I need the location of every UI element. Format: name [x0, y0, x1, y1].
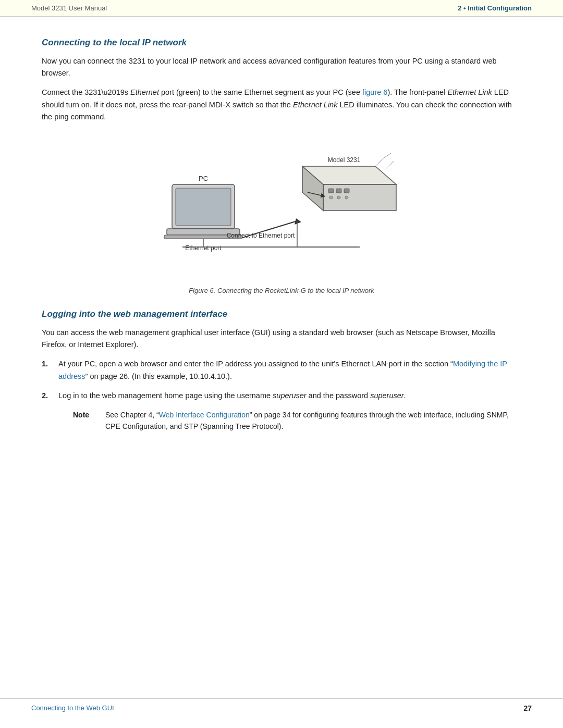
list-item-1-text: At your PC, open a web browser and enter… [58, 358, 521, 382]
svg-line-23 [386, 161, 394, 169]
network-diagram: PC Ethernet port Connect to Ethernet por… [151, 138, 412, 283]
header-right: 2 • Initial Configuration [458, 4, 532, 12]
numbered-list: 1. At your PC, open a web browser and en… [42, 358, 521, 402]
svg-rect-17 [344, 189, 349, 193]
svg-rect-1 [176, 188, 231, 226]
svg-point-18 [329, 196, 333, 199]
svg-line-22 [383, 153, 391, 158]
figure6-link[interactable]: figure 6 [362, 88, 387, 96]
svg-text:Model 3231: Model 3231 [328, 156, 361, 164]
modifying-ip-link[interactable]: Modifying the IP address [58, 360, 507, 380]
page: Model 3231 User Manual 2 • Initial Confi… [0, 0, 563, 728]
svg-line-21 [375, 158, 383, 166]
svg-marker-7 [295, 218, 301, 225]
section1-para2: Connect the 3231\u2019s Ethernet port (g… [42, 87, 521, 123]
list-item-1: 1. At your PC, open a web browser and en… [42, 358, 521, 382]
svg-rect-15 [328, 189, 334, 193]
italic-ethernet: Ethernet [130, 88, 159, 96]
list-item-2-text: Log in to the web management home page u… [58, 390, 406, 402]
superuser-italic1: superuser [273, 391, 306, 400]
web-interface-config-link[interactable]: Web Interface Configuration [159, 411, 250, 419]
note-label: Note [73, 409, 100, 421]
footer: Connecting to the Web GUI 27 [0, 698, 563, 712]
note-text: See Chapter 4, “Web Interface Configurat… [105, 409, 521, 433]
superuser-italic2: superuser [370, 391, 403, 400]
italic-ethernet-link: Ethernet Link [447, 88, 492, 96]
note-box: Note See Chapter 4, “Web Interface Confi… [73, 409, 521, 433]
svg-text:PC: PC [199, 175, 208, 182]
figure-caption: Figure 6. Connecting the RocketLink-G to… [42, 287, 521, 294]
figure-container: PC Ethernet port Connect to Ethernet por… [42, 138, 521, 294]
section1-heading: Connecting to the local IP network [42, 38, 521, 48]
svg-point-20 [345, 196, 348, 199]
svg-text:Connect to Ethernet port: Connect to Ethernet port [227, 232, 295, 239]
header-bar: Model 3231 User Manual 2 • Initial Confi… [0, 0, 563, 17]
footer-right: 27 [523, 704, 532, 712]
svg-marker-13 [323, 184, 396, 211]
section1-para1: Now you can connect the 3231 to your loc… [42, 55, 521, 79]
list-item-2: 2. Log in to the web management home pag… [42, 390, 521, 402]
section2-para1: You can access the web management graphi… [42, 327, 521, 351]
list-num-1: 1. [42, 358, 56, 370]
svg-rect-16 [336, 189, 341, 193]
header-left: Model 3231 User Manual [31, 4, 107, 12]
section2-heading: Logging into the web management interfac… [42, 309, 521, 319]
section2: Logging into the web management interfac… [42, 309, 521, 433]
svg-point-19 [337, 196, 340, 199]
footer-left: Connecting to the Web GUI [31, 704, 114, 712]
list-num-2: 2. [42, 390, 56, 402]
italic-ethernet-link2: Ethernet Link [293, 101, 337, 109]
main-content: Connecting to the local IP network Now y… [0, 17, 563, 471]
